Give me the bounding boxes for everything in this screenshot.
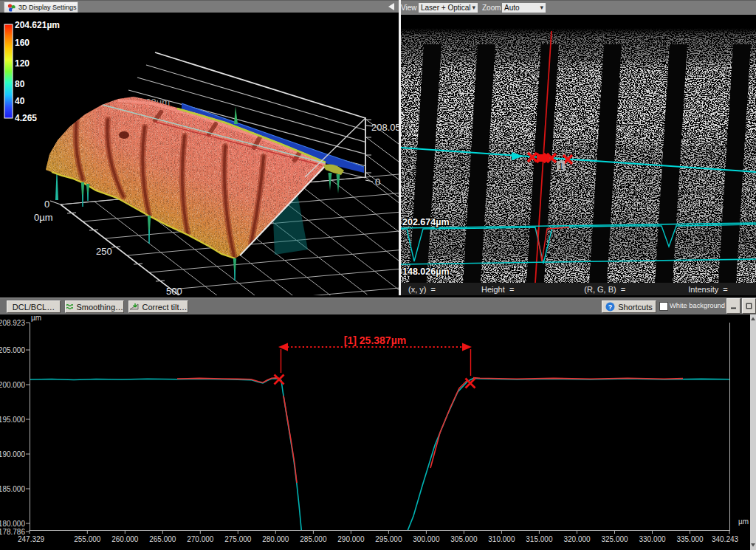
svg-text:0µm: 0µm xyxy=(34,212,53,223)
svg-text:270.000: 270.000 xyxy=(187,535,214,543)
svg-text:0: 0 xyxy=(44,199,49,210)
svg-text:290.000: 290.000 xyxy=(337,535,365,543)
svg-text:275.000: 275.000 xyxy=(224,535,252,543)
svg-text:160: 160 xyxy=(15,38,30,48)
svg-text:0: 0 xyxy=(375,176,380,188)
svg-text:295.000: 295.000 xyxy=(375,535,402,543)
svg-text:µm: µm xyxy=(31,314,41,322)
svg-text:340.243: 340.243 xyxy=(712,535,739,543)
svg-text:247.329: 247.329 xyxy=(18,535,45,543)
svg-text:4.265: 4.265 xyxy=(15,113,37,123)
svg-text:180.000: 180.000 xyxy=(0,520,25,528)
svg-text:148.026µm: 148.026µm xyxy=(402,267,450,277)
svg-text:[1] 25.387µm: [1] 25.387µm xyxy=(344,334,406,346)
svg-text:204.621µm: 204.621µm xyxy=(15,20,60,30)
svg-text:1: 1 xyxy=(558,161,563,172)
svg-text:335.000: 335.000 xyxy=(676,535,704,543)
svg-text:205.000: 205.000 xyxy=(0,346,25,354)
svg-text:285.000: 285.000 xyxy=(300,535,327,543)
svg-text:260.000: 260.000 xyxy=(111,535,139,543)
svg-text:208.05: 208.05 xyxy=(371,122,399,133)
svg-text:305.000: 305.000 xyxy=(450,535,478,543)
svg-text:185.000: 185.000 xyxy=(0,485,25,493)
svg-text:202.674µm: 202.674µm xyxy=(402,217,450,227)
svg-text:200.000: 200.000 xyxy=(0,381,25,389)
svg-text:265.000: 265.000 xyxy=(149,535,176,543)
svg-text:µm: µm xyxy=(738,518,749,526)
svg-text:310.000: 310.000 xyxy=(488,535,515,543)
svg-text:190.000: 190.000 xyxy=(0,450,25,458)
svg-text:330.000: 330.000 xyxy=(639,535,666,543)
svg-text:178.786: 178.786 xyxy=(0,528,25,536)
svg-text:40: 40 xyxy=(15,96,25,106)
svg-text:?: ? xyxy=(608,303,613,311)
svg-text:300.000: 300.000 xyxy=(413,535,440,543)
svg-text:195.000: 195.000 xyxy=(0,416,25,424)
svg-text:320.000: 320.000 xyxy=(563,535,591,543)
svg-text:315.000: 315.000 xyxy=(526,535,553,543)
svg-text:120: 120 xyxy=(15,58,30,69)
svg-text:280.000: 280.000 xyxy=(262,535,289,543)
svg-text:325.000: 325.000 xyxy=(601,535,628,543)
svg-text:255.000: 255.000 xyxy=(74,535,101,543)
svg-text:80: 80 xyxy=(15,79,25,89)
svg-text:208.923: 208.923 xyxy=(0,319,25,327)
svg-text:500: 500 xyxy=(166,286,182,295)
svg-text:250: 250 xyxy=(96,246,112,257)
